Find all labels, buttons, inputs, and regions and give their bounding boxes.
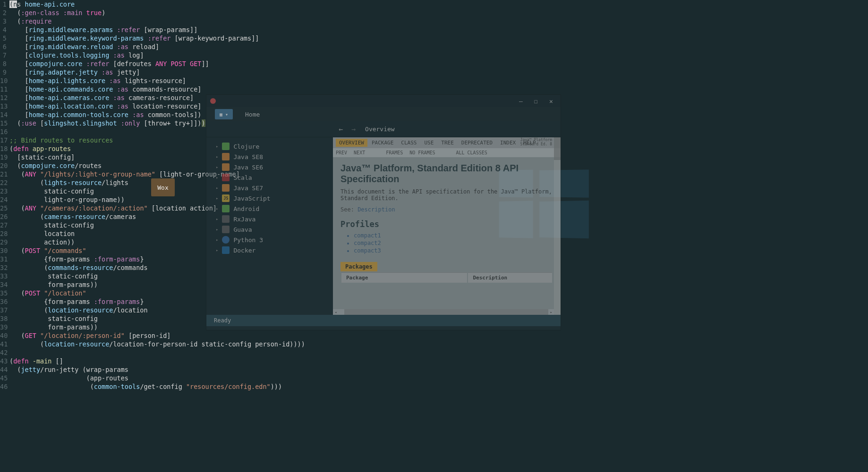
subnav-all-classes[interactable]: ALL CLASSES: [456, 150, 487, 155]
docset-item[interactable]: ▸Clojure: [206, 141, 333, 152]
code-line[interactable]: [compojure.core :refer [defroutes ANY PO…: [9, 59, 868, 68]
subnav-next[interactable]: NEXT: [354, 150, 365, 155]
nav-use[interactable]: USE: [421, 139, 437, 147]
line-number: 4: [0, 25, 9, 34]
docset-sidebar[interactable]: ▸Clojure▸Java SE8▸Java SE6▸Scala▸Java SE…: [206, 137, 333, 315]
code-line[interactable]: [9, 348, 868, 357]
code-line[interactable]: (:require: [9, 17, 868, 25]
expand-icon[interactable]: ▸: [216, 206, 218, 211]
expand-icon[interactable]: ▸: [216, 185, 218, 190]
docset-icon: [222, 226, 230, 233]
code-line[interactable]: [clojure.tools.logging :as log]: [9, 51, 868, 59]
nav-deprecated[interactable]: DEPRECATED: [458, 139, 496, 147]
line-number: 34: [0, 280, 9, 289]
nav-forward-button[interactable]: →: [349, 123, 357, 135]
code-line[interactable]: [ring.middleware.params :refer [wrap-par…: [9, 25, 868, 34]
code-line[interactable]: (app-routes: [9, 374, 868, 382]
description-link[interactable]: Description: [357, 206, 395, 213]
line-number: 31: [0, 255, 9, 263]
nav-package[interactable]: PACKAGE: [368, 139, 397, 147]
code-line[interactable]: [ring.middleware.reload :as reload]: [9, 42, 868, 51]
expand-icon[interactable]: ▸: [216, 144, 218, 149]
expand-icon[interactable]: ▸: [216, 165, 218, 169]
docset-item[interactable]: ▸Java SE6: [206, 162, 333, 172]
nav-back-button[interactable]: ←: [337, 123, 345, 135]
code-line[interactable]: [home-api.lights.core :as lights-resourc…: [9, 76, 868, 85]
page-description: This document is the API specification f…: [340, 188, 553, 202]
line-number: 32: [0, 263, 9, 272]
line-number: 24: [0, 195, 9, 204]
line-number: 25: [0, 204, 9, 212]
expand-icon[interactable]: ▸: [216, 175, 218, 180]
code-line[interactable]: (ns home-api.core: [9, 0, 868, 8]
expand-icon[interactable]: ▸: [216, 227, 218, 232]
code-line[interactable]: (location-resource/location-for-person-i…: [9, 340, 868, 348]
docset-item[interactable]: ▸JSJavaScript: [206, 193, 333, 203]
subnav-frames[interactable]: FRAMES: [386, 150, 403, 155]
expand-icon[interactable]: ▸: [216, 217, 218, 221]
doc-content[interactable]: Java™ Platform Standard Ed. 8 OVERVIEWPA…: [333, 137, 561, 315]
code-line[interactable]: (GET "/location/:person-id" [person-id]: [9, 331, 868, 340]
expand-icon[interactable]: ▸: [216, 154, 218, 159]
h-scrollbar-thumb[interactable]: [344, 309, 548, 315]
code-line[interactable]: (common-tools/get-config "resources/conf…: [9, 382, 868, 391]
line-number: 45: [0, 374, 9, 382]
maximize-button[interactable]: ☐: [528, 96, 544, 106]
code-line[interactable]: (jetty/run-jetty (wrap-params: [9, 365, 868, 374]
nav-overview[interactable]: OVERVIEW: [336, 139, 367, 147]
docset-item[interactable]: ▸Python 3: [206, 235, 333, 245]
docset-label: Python 3: [233, 236, 263, 244]
line-number: 7: [0, 51, 9, 59]
page-title: Java™ Platform, Standard Edition 8 API S…: [340, 163, 553, 185]
line-number: 3: [0, 17, 9, 25]
line-number: 35: [0, 289, 9, 297]
line-number: 43: [0, 357, 9, 365]
nav-index[interactable]: INDEX: [497, 139, 519, 147]
profile-link[interactable]: compact2: [354, 239, 553, 247]
horizontal-scrollbar[interactable]: ◂ ▸: [333, 309, 554, 315]
packages-table: PackageDescription: [340, 271, 553, 284]
zeal-window: — ☐ ✕ ▦ ▾ Home ← → Overview ▸Clojure▸Jav…: [206, 94, 561, 330]
subnav-prev[interactable]: PREV: [336, 150, 347, 155]
docset-label: Java SE7: [233, 185, 263, 192]
docset-label: Docker: [233, 247, 255, 254]
docset-item[interactable]: ▸Java SE7: [206, 183, 333, 193]
profile-link[interactable]: compact3: [354, 247, 553, 254]
table-header-package: Package: [341, 272, 467, 283]
scrollbar-thumb[interactable]: [554, 137, 561, 160]
wox-launcher-icon[interactable]: Wox: [151, 178, 175, 196]
docset-item[interactable]: ▸Android: [206, 203, 333, 214]
line-number: 26: [0, 212, 9, 221]
expand-icon[interactable]: ▸: [216, 248, 218, 253]
line-number: 17: [0, 136, 9, 144]
docset-item[interactable]: ▸Docker: [206, 245, 333, 255]
zeal-titlebar[interactable]: — ☐ ✕: [206, 95, 561, 107]
nav-tree[interactable]: TREE: [438, 139, 457, 147]
code-line[interactable]: (defn -main []: [9, 357, 868, 365]
docset-item[interactable]: ▸RxJava: [206, 214, 333, 224]
tab-home[interactable]: Home: [245, 111, 260, 118]
docset-item[interactable]: ▸Scala: [206, 172, 333, 183]
javadoc-subnav: PREVNEXTFRAMESNO FRAMESALL CLASSES: [333, 148, 561, 157]
line-number: 10: [0, 76, 9, 85]
language-flag-button[interactable]: ▦ ▾: [215, 109, 233, 119]
code-line[interactable]: [ring.adapter.jetty :as jetty]: [9, 68, 868, 76]
subnav-no-frames[interactable]: NO FRAMES: [409, 150, 435, 155]
vertical-scrollbar[interactable]: [554, 137, 561, 315]
docset-item[interactable]: ▸Guava: [206, 224, 333, 235]
minimize-button[interactable]: —: [513, 96, 528, 106]
line-number: 33: [0, 272, 9, 280]
close-button[interactable]: ✕: [544, 96, 559, 106]
profile-link[interactable]: compact1: [354, 232, 553, 239]
code-line[interactable]: [home-api.commands.core :as commands-res…: [9, 85, 868, 93]
line-number: 12: [0, 93, 9, 102]
docset-item[interactable]: ▸Java SE8: [206, 152, 333, 162]
expand-icon[interactable]: ▸: [216, 237, 218, 242]
line-number: 39: [0, 323, 9, 331]
line-number: 2: [0, 8, 9, 17]
code-line[interactable]: (:gen-class :main true): [9, 8, 868, 17]
nav-class[interactable]: CLASS: [398, 139, 420, 147]
line-number: 36: [0, 297, 9, 306]
code-line[interactable]: [ring.middleware.keyword-params :refer […: [9, 34, 868, 42]
expand-icon[interactable]: ▸: [216, 196, 218, 201]
